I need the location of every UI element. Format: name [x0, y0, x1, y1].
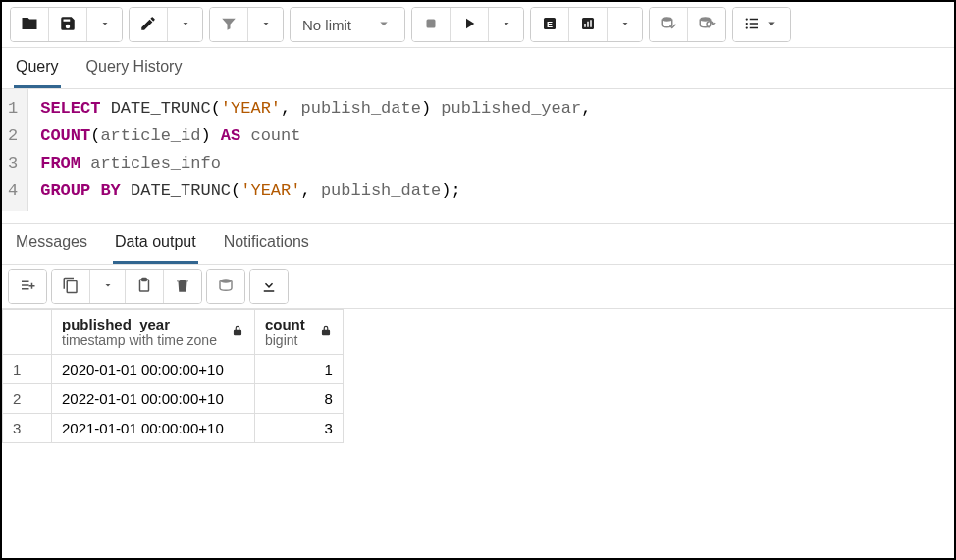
row-number: 1: [3, 355, 52, 384]
svg-rect-5: [587, 21, 589, 26]
query-tabs: Query Query History: [2, 48, 954, 89]
chevron-down-icon: [102, 280, 114, 294]
sql-code[interactable]: SELECT DATE_TRUNC('YEAR', publish_date) …: [28, 89, 603, 211]
line-number: 2: [8, 123, 18, 150]
line-number: 4: [8, 178, 18, 205]
cell-published-year[interactable]: 2020-01-01 00:00:00+10: [52, 355, 255, 384]
lock-icon: [319, 324, 333, 340]
table-row[interactable]: 1 2020-01-01 00:00:00+10 1: [3, 355, 344, 384]
tab-query[interactable]: Query: [14, 48, 61, 88]
cell-count[interactable]: 8: [254, 384, 343, 414]
column-header-published-year[interactable]: published_year timestamp with time zone: [52, 310, 255, 355]
stop-icon: [422, 15, 440, 35]
database-rollback-icon: [698, 15, 716, 35]
database-save-icon: [217, 277, 235, 297]
macros-button[interactable]: [733, 8, 790, 41]
cell-published-year[interactable]: 2022-01-01 00:00:00+10: [52, 384, 255, 414]
explain-dropdown-button[interactable]: [607, 8, 642, 41]
row-limit-select[interactable]: No limit: [291, 8, 404, 41]
trash-icon: [174, 277, 191, 297]
chevron-down-icon: [501, 18, 512, 32]
folder-icon: [21, 15, 38, 35]
svg-rect-4: [584, 24, 586, 27]
stop-button[interactable]: [412, 8, 450, 41]
tab-data-output[interactable]: Data output: [113, 224, 198, 264]
column-type: bigint: [265, 332, 305, 348]
sql-editor[interactable]: 1 2 3 4 SELECT DATE_TRUNC('YEAR', publis…: [2, 89, 954, 224]
svg-point-9: [746, 18, 748, 20]
edit-dropdown-button[interactable]: [167, 8, 202, 41]
execute-dropdown-button[interactable]: [488, 8, 523, 41]
explain-button[interactable]: E: [531, 8, 568, 41]
tab-query-history[interactable]: Query History: [84, 48, 185, 88]
download-button[interactable]: [250, 270, 288, 303]
svg-rect-0: [427, 19, 436, 27]
save-dropdown-button[interactable]: [86, 8, 122, 41]
filter-icon: [220, 15, 238, 35]
copy-icon: [62, 277, 80, 297]
chevron-down-icon: [99, 18, 111, 32]
filter-button[interactable]: [210, 8, 247, 41]
svg-point-13: [746, 26, 748, 28]
list-icon: [743, 15, 761, 35]
paste-button[interactable]: [125, 270, 163, 303]
explain-analyze-button[interactable]: [568, 8, 607, 41]
edit-button[interactable]: [130, 8, 167, 41]
row-number: 3: [3, 414, 52, 443]
chevron-down-icon: [763, 15, 780, 35]
column-type: timestamp with time zone: [62, 332, 217, 348]
column-header-count[interactable]: count bigint: [254, 310, 343, 355]
svg-point-11: [746, 22, 748, 24]
play-icon: [460, 15, 478, 35]
open-file-button[interactable]: [11, 8, 48, 41]
save-icon: [59, 15, 77, 35]
main-toolbar: No limit E: [2, 2, 954, 48]
svg-rect-10: [750, 18, 758, 20]
commit-button[interactable]: [650, 8, 687, 41]
filter-dropdown-button[interactable]: [247, 8, 283, 41]
line-gutter: 1 2 3 4: [2, 89, 28, 211]
cell-count[interactable]: 1: [254, 355, 343, 384]
data-output-toolbar: [2, 265, 954, 309]
chevron-down-icon: [260, 18, 272, 32]
chevron-down-icon: [375, 15, 393, 35]
pencil-icon: [139, 15, 157, 35]
chevron-down-icon: [619, 18, 631, 32]
tab-messages[interactable]: Messages: [14, 224, 89, 264]
rollback-button[interactable]: [687, 8, 725, 41]
cell-count[interactable]: 3: [254, 414, 343, 443]
row-limit-label: No limit: [302, 17, 351, 33]
line-number: 3: [8, 150, 18, 178]
tab-notifications[interactable]: Notifications: [222, 224, 311, 264]
svg-rect-12: [750, 23, 758, 25]
svg-rect-21: [142, 278, 147, 280]
add-row-button[interactable]: [9, 270, 46, 303]
column-name: count: [265, 316, 305, 332]
column-name: published_year: [62, 316, 217, 332]
delete-row-button[interactable]: [163, 270, 201, 303]
save-data-button[interactable]: [207, 270, 244, 303]
save-button[interactable]: [48, 8, 86, 41]
chevron-down-icon: [180, 18, 191, 32]
svg-point-22: [220, 279, 232, 283]
result-tabs: Messages Data output Notifications: [2, 224, 954, 265]
lock-icon: [231, 324, 244, 340]
table-row[interactable]: 3 2021-01-01 00:00:00+10 3: [3, 414, 344, 443]
result-grid: published_year timestamp with time zone …: [2, 309, 344, 443]
row-number-header: [3, 310, 52, 355]
bar-chart-icon: [579, 15, 597, 35]
execute-button[interactable]: [450, 8, 488, 41]
download-icon: [260, 277, 278, 297]
table-row[interactable]: 2 2022-01-01 00:00:00+10 8: [3, 384, 344, 414]
svg-rect-6: [590, 20, 592, 27]
database-commit-icon: [660, 15, 677, 35]
add-row-icon: [19, 277, 36, 297]
paste-icon: [135, 277, 153, 297]
row-number: 2: [3, 384, 52, 414]
copy-dropdown-button[interactable]: [89, 270, 125, 303]
explain-icon: E: [541, 15, 558, 35]
svg-rect-14: [750, 26, 758, 28]
cell-published-year[interactable]: 2021-01-01 00:00:00+10: [52, 414, 255, 443]
copy-button[interactable]: [52, 270, 89, 303]
line-number: 1: [8, 95, 18, 123]
